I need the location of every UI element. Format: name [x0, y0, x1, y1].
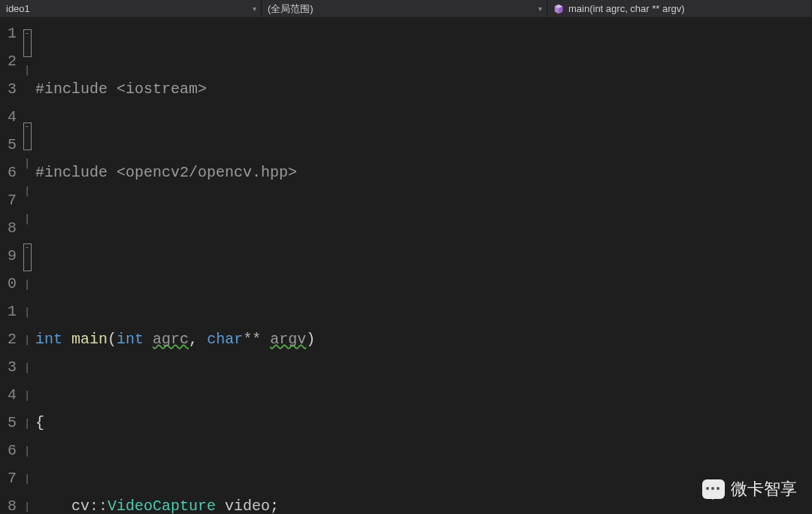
- code-line: cv::VideoCapture video;: [33, 492, 812, 514]
- code-line: [33, 242, 812, 270]
- fold-toggle[interactable]: -: [23, 29, 32, 57]
- scope-dropdown-function[interactable]: main(int agrc, char ** argv): [547, 0, 812, 17]
- fold-toggle[interactable]: -: [23, 243, 32, 271]
- navigation-bar: ideo1 ▾ (全局范围) ▾ main(int agrc, char ** …: [0, 0, 812, 18]
- scope-label: main(int agrc, char ** argv): [568, 3, 685, 14]
- code-line: {: [33, 409, 812, 437]
- code-editor[interactable]: 123 456 789 012 345 678 9 - │ - │││ - ││…: [0, 18, 812, 514]
- fold-toggle[interactable]: -: [23, 122, 32, 150]
- scope-dropdown-project[interactable]: ideo1 ▾: [0, 0, 262, 17]
- code-line: int main(int agrc, char** argv): [33, 325, 812, 353]
- code-content[interactable]: #include <iostream> #include <opencv2/op…: [33, 18, 812, 514]
- chevron-down-icon: ▾: [538, 5, 542, 13]
- fold-gutter: - │ - │││ - │││││││││││: [21, 18, 33, 514]
- code-line: #include <opencv2/opencv.hpp>: [33, 159, 812, 186]
- line-number-gutter: 123 456 789 012 345 678 9: [0, 18, 21, 514]
- function-cube-icon: [553, 4, 564, 14]
- chevron-down-icon: ▾: [253, 5, 256, 13]
- scope-dropdown-global[interactable]: (全局范围) ▾: [262, 0, 547, 17]
- scope-label: ideo1: [6, 3, 30, 14]
- scope-label: (全局范围): [268, 2, 314, 16]
- code-line: #include <iostream>: [33, 75, 812, 103]
